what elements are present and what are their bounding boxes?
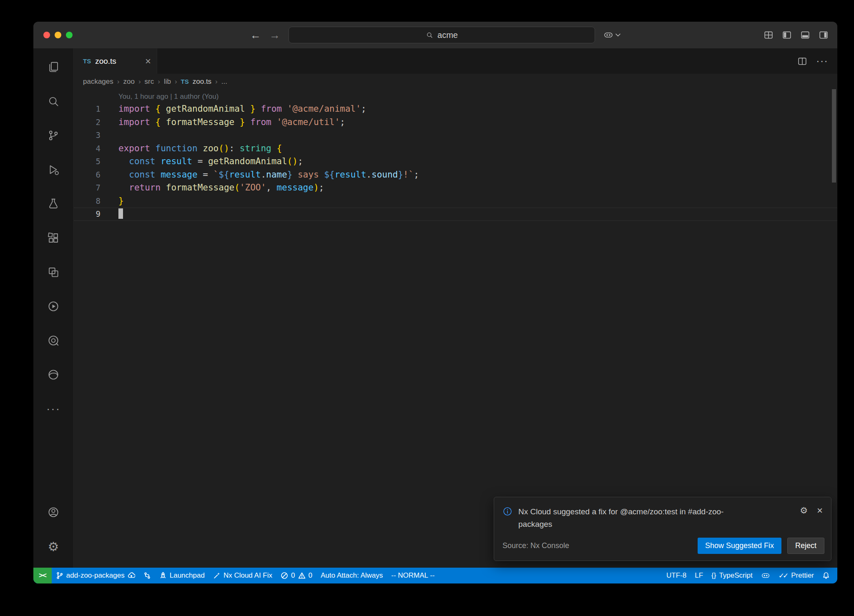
breadcrumb-item[interactable]: src <box>145 78 154 86</box>
scrollbar-thumb[interactable] <box>832 89 836 183</box>
code-line[interactable]: 9 <box>74 208 837 221</box>
more-views-icon[interactable]: ··· <box>33 392 73 426</box>
line-number: 8 <box>74 195 100 208</box>
remote-explorer-icon[interactable] <box>33 255 73 289</box>
breadcrumb-item[interactable]: lib <box>164 78 171 86</box>
notifications-bell[interactable] <box>818 568 834 583</box>
warnings-icon <box>298 572 306 579</box>
reject-button[interactable]: Reject <box>787 538 824 554</box>
remote-icon: >< <box>39 571 46 580</box>
line-number: 2 <box>74 116 100 129</box>
nx-cloud-fix-status[interactable]: Nx Cloud AI Fix <box>209 568 276 583</box>
search-icon <box>426 31 433 39</box>
wand-icon <box>213 572 221 579</box>
copilot-icon <box>603 30 613 40</box>
language-status[interactable]: {} TypeScript <box>707 568 757 583</box>
back-button[interactable]: ← <box>250 30 261 40</box>
problems-status[interactable]: 0 0 <box>276 568 316 583</box>
code-line[interactable]: 7 return formatMessage('ZOO', message); <box>74 181 837 195</box>
braces-icon: {} <box>711 571 716 580</box>
source-control-icon[interactable] <box>33 118 73 153</box>
search-value: acme <box>437 30 458 40</box>
forward-button[interactable]: → <box>269 30 280 40</box>
errors-icon <box>281 572 288 579</box>
eol-status[interactable]: LF <box>691 568 707 583</box>
git-branch-icon <box>56 572 63 579</box>
code-line[interactable]: 3 <box>74 129 837 142</box>
code-line[interactable]: 1import { getRandomAnimal } from '@acme/… <box>74 103 837 116</box>
breadcrumb-item[interactable]: packages <box>83 78 113 86</box>
git-compare-icon <box>143 572 151 579</box>
launchpad-status[interactable]: Launchpad <box>155 568 209 583</box>
git-compare-status[interactable] <box>139 568 155 583</box>
line-number: 4 <box>74 142 100 155</box>
notification-message: Nx Cloud suggested a fix for @acme/zoo:t… <box>518 506 752 530</box>
title-bar: ← → acme <box>33 22 837 48</box>
breadcrumb-item[interactable]: zoo <box>123 78 134 86</box>
split-editor-icon[interactable] <box>798 57 807 66</box>
chevron-down-icon <box>615 33 620 37</box>
inspect-circle-icon[interactable] <box>33 323 73 358</box>
show-suggested-fix-button[interactable]: Show Suggested Fix <box>698 538 781 554</box>
accounts-icon[interactable] <box>33 495 73 529</box>
breadcrumb: packages › zoo › src › lib › TS zoo.ts ›… <box>74 74 837 89</box>
copilot-status[interactable] <box>757 568 774 583</box>
run-debug-icon[interactable] <box>33 153 73 187</box>
command-center-search[interactable]: acme <box>289 27 595 43</box>
typescript-file-icon: TS <box>181 78 189 85</box>
gitlens-blame: You, 1 hour ago | 1 author (You) <box>74 91 837 103</box>
line-number: 3 <box>74 129 100 142</box>
toggle-secondary-sidebar-icon[interactable] <box>819 30 828 40</box>
vim-mode-status[interactable]: -- NORMAL -- <box>387 568 439 583</box>
editor-more-actions-icon[interactable]: ··· <box>816 55 828 68</box>
extensions-icon[interactable] <box>33 221 73 255</box>
customize-layout-icon[interactable] <box>764 30 773 40</box>
typescript-file-icon: TS <box>83 58 91 65</box>
code-editor[interactable]: You, 1 hour ago | 1 author (You) 1import… <box>74 89 837 568</box>
info-icon <box>502 506 512 516</box>
zoom-window-button[interactable] <box>66 32 73 38</box>
remote-indicator[interactable]: >< <box>33 568 52 583</box>
line-number: 7 <box>74 181 100 195</box>
search-sidebar-icon[interactable] <box>33 84 73 118</box>
activity-bar: ··· ⚙ <box>33 48 74 568</box>
vscode-window: ← → acme <box>33 22 837 583</box>
block-cursor <box>118 208 123 219</box>
bell-icon <box>822 572 830 579</box>
tab-bar: TS zoo.ts × ··· <box>74 48 837 74</box>
code-line[interactable]: 6 const message = `${result.name} says $… <box>74 168 837 182</box>
notification-source: Source: Nx Console <box>502 541 569 550</box>
breadcrumb-tail[interactable]: ... <box>221 78 227 86</box>
code-line[interactable]: 8} <box>74 195 837 208</box>
toggle-primary-sidebar-icon[interactable] <box>782 30 791 40</box>
double-check-icon: ✓✓ <box>779 571 789 580</box>
code-line[interactable]: 5 const result = getRandomAnimal(); <box>74 155 837 168</box>
code-lines: 1import { getRandomAnimal } from '@acme/… <box>74 103 837 221</box>
notification-close-icon[interactable]: × <box>817 506 823 516</box>
code-line[interactable]: 2import { formatMessage } from '@acme/ut… <box>74 116 837 129</box>
prettier-status[interactable]: ✓✓ Prettier <box>774 568 818 583</box>
rocket-icon <box>159 572 167 579</box>
tab-close-icon[interactable]: × <box>145 56 151 66</box>
play-circle-icon[interactable] <box>33 289 73 323</box>
copilot-menu[interactable] <box>603 30 620 40</box>
close-window-button[interactable] <box>43 32 50 38</box>
notification-settings-icon[interactable]: ⚙ <box>800 506 808 516</box>
tab-zoo-ts[interactable]: TS zoo.ts × <box>74 48 157 74</box>
branch-status[interactable]: add-zoo-packages <box>52 568 139 583</box>
toggle-panel-icon[interactable] <box>801 30 810 40</box>
encoding-status[interactable]: UTF-8 <box>662 568 691 583</box>
explorer-icon[interactable] <box>33 50 73 84</box>
cloud-upload-icon <box>128 572 135 579</box>
minimize-window-button[interactable] <box>55 32 61 38</box>
line-number: 5 <box>74 155 100 168</box>
code-line[interactable]: 4export function zoo(): string { <box>74 142 837 155</box>
settings-gear-icon[interactable]: ⚙ <box>33 529 73 563</box>
window-controls <box>43 32 73 38</box>
auto-attach-status[interactable]: Auto Attach: Always <box>316 568 387 583</box>
testing-icon[interactable] <box>33 187 73 221</box>
edge-devtools-icon[interactable] <box>33 358 73 392</box>
line-number: 6 <box>74 168 100 182</box>
breadcrumb-file[interactable]: zoo.ts <box>193 78 211 86</box>
status-bar: >< add-zoo-packages Launchpad Nx Cloud A… <box>33 568 837 583</box>
